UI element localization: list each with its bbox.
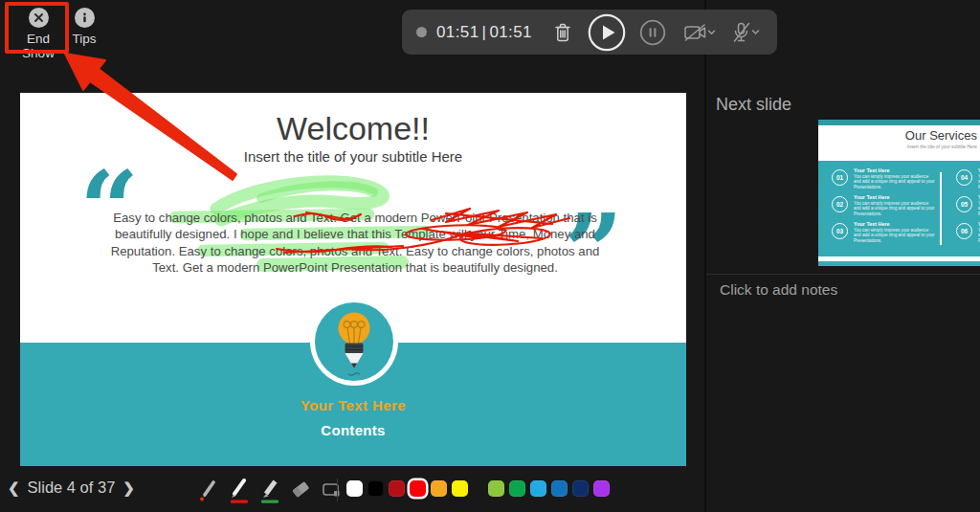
toolbar-divider [337,479,338,501]
color-swatch-6[interactable] [488,480,504,497]
pause-icon [639,19,666,46]
play-icon [588,13,626,52]
thumbnail-item-02: 02 Your Text Here You can simply impress… [832,194,947,221]
color-swatch-row [346,480,610,497]
thumbnail-subtitle: Insert the title of your subtitle Here [907,145,977,149]
eraser-tool[interactable] [289,475,312,505]
thumbnail-column-divider [940,172,942,245]
laser-pointer-tool[interactable] [197,475,220,505]
thumbnail-title: Our Services [905,128,977,143]
previous-slide-button[interactable]: ❮ [8,479,20,497]
color-swatch-10[interactable] [572,480,589,497]
slide-canvas[interactable]: Welcome!! Insert the title of your subti… [20,93,686,466]
timer-total: 01:51 [489,23,532,42]
slide-badge-title: Your Text Here [20,397,686,413]
thumbnail-item-06: 06 Your Text Here You can simply impress… [956,221,980,248]
next-slide-thumbnail[interactable]: Our Services Insert the title of your su… [818,120,980,266]
color-swatch-5[interactable] [452,480,468,497]
delete-recording-button[interactable] [553,22,572,43]
next-slide-button[interactable]: ❯ [122,479,135,497]
color-swatch-9[interactable] [551,480,568,497]
color-swatch-1[interactable] [368,480,384,497]
tips-button[interactable]: Tips [67,8,101,46]
color-swatch-11[interactable] [593,480,610,497]
pen-tool[interactable] [228,475,251,505]
info-icon [75,8,95,28]
thumbnail-item-04: 04 Your Text Here You can simply impress… [956,167,980,194]
timer-current: 01:51 [436,23,479,42]
color-swatch-7[interactable] [509,480,525,497]
highlighter-tool[interactable] [258,475,281,505]
select-tool[interactable] [320,475,343,505]
notes-divider [706,274,980,275]
camera-toggle-button[interactable] [683,23,718,42]
laser-pointer-icon [198,477,219,503]
recording-toolbar: 01:51 | 01:51 [402,10,777,55]
color-swatch-2[interactable] [389,480,405,497]
microphone-toggle-button[interactable] [730,22,761,43]
lightbulb-pencil-icon [303,291,405,392]
tips-label: Tips [67,32,101,46]
play-button[interactable] [588,13,626,52]
color-swatch-4[interactable] [431,480,447,497]
color-swatch-3[interactable] [410,480,426,497]
thumbnail-item-03: 03 Your Text Here You can simply impress… [832,221,947,248]
notes-placeholder[interactable]: Click to add notes [720,281,837,299]
panel-divider [704,0,706,512]
camera-off-icon [683,23,718,42]
annotation-toolbar [197,475,343,505]
next-slide-header: Next slide [716,95,791,115]
slide-badge-subtitle: Contents [20,422,686,438]
thumbnail-item-01: 01 Your Text Here You can simply impress… [832,167,947,194]
timer-separator: | [482,23,487,42]
pen-icon [228,476,251,504]
thumbnail-footer-teal-bar [818,261,980,266]
pause-button[interactable] [639,19,666,46]
eraser-icon [289,476,312,504]
annotation-highlight-box [5,2,69,54]
select-rectangle-icon [320,476,343,504]
slide-counter: Slide 4 of 37 [28,479,116,497]
thumbnail-item-05: 05 Your Text Here You can simply impress… [956,194,980,221]
record-indicator-dot [416,27,427,37]
color-swatch-0[interactable] [346,480,363,497]
color-swatch-8[interactable] [530,480,546,497]
recording-timer: 01:51 | 01:51 [436,23,532,42]
highlighter-icon [258,476,281,504]
trash-icon [553,22,572,43]
microphone-off-icon [730,22,761,43]
slide-navigation: ❮ Slide 4 of 37 ❯ [8,479,135,497]
